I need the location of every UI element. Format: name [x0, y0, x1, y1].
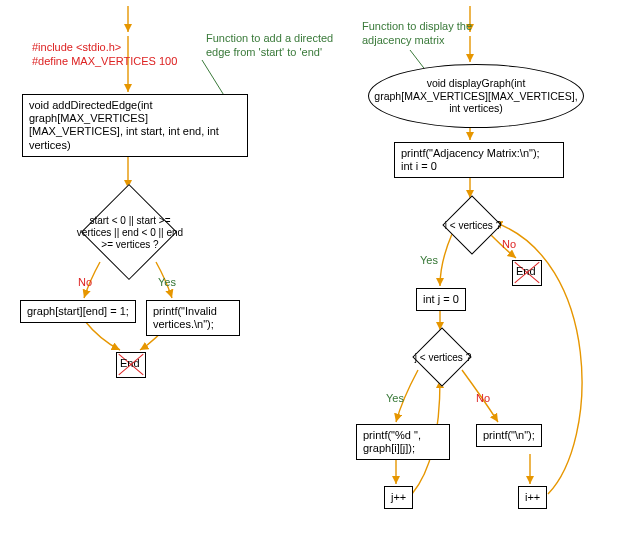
right-decision-j: j < vertices ? — [396, 330, 486, 382]
right-i-no: No — [502, 238, 516, 250]
right-func-signature: void displayGraph(int graph[MAX_VERTICES… — [368, 64, 584, 128]
right-jpp: j++ — [384, 486, 413, 509]
right-init: printf("Adjacency Matrix:\n"); int i = 0 — [394, 142, 564, 178]
right-j-yes: Yes — [386, 392, 404, 404]
right-print-newline: printf("\n"); — [476, 424, 542, 447]
preproc-include: #include <stdio.h> — [32, 40, 121, 54]
right-j-no: No — [476, 392, 490, 404]
right-end: End — [512, 260, 542, 286]
left-no-label: No — [78, 276, 92, 288]
right-init-j: int j = 0 — [416, 288, 466, 311]
left-no-branch: graph[start][end] = 1; — [20, 300, 136, 323]
left-comment: Function to add a directed edge from 'st… — [206, 32, 336, 60]
right-comment: Function to display the adjacency matrix — [362, 20, 492, 48]
preproc-define: #define MAX_VERTICES 100 — [32, 54, 177, 68]
left-decision: start < 0 || start >= vertices || end < … — [70, 188, 186, 274]
left-func-signature: void addDirectedEdge(int graph[MAX_VERTI… — [22, 94, 248, 157]
right-ipp: i++ — [518, 486, 547, 509]
right-i-yes: Yes — [420, 254, 438, 266]
right-print-cell: printf("%d ", graph[i][j]); — [356, 424, 450, 460]
left-end: End — [116, 352, 146, 378]
left-yes-branch: printf("Invalid vertices.\n"); — [146, 300, 240, 336]
left-yes-label: Yes — [158, 276, 176, 288]
